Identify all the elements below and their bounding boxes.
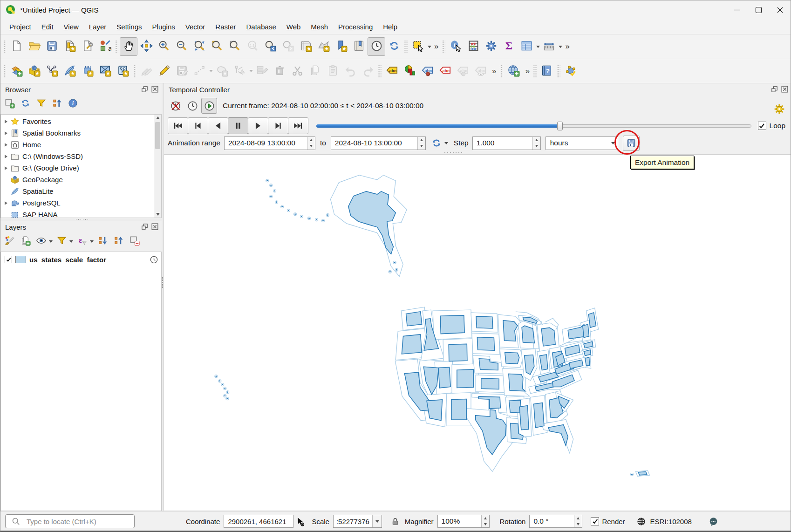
expand-icon[interactable] (3, 155, 9, 158)
help-contents-button[interactable]: ? (538, 62, 556, 81)
toolbar-overflow-button[interactable]: » (489, 67, 498, 76)
scroll-down-icon[interactable] (155, 211, 161, 218)
select-features-dropdown-icon[interactable] (428, 46, 431, 48)
fast-forward-button[interactable] (288, 117, 308, 134)
maximize-button[interactable] (748, 0, 769, 19)
new-map-view-button[interactable] (297, 37, 314, 56)
loop-checkbox[interactable] (758, 122, 766, 130)
vertex-tool-button[interactable] (231, 62, 248, 81)
map-canvas[interactable] (164, 154, 791, 511)
range-start-spinner[interactable] (307, 137, 315, 150)
save-layer-edits-button[interactable] (173, 62, 191, 81)
toolbar-grip[interactable] (133, 65, 136, 78)
step-value-field[interactable]: 1.000 (472, 136, 541, 150)
refresh-browser-button[interactable] (18, 97, 32, 111)
manage-map-themes-dropdown-icon[interactable] (49, 240, 53, 243)
open-layer-styling-button[interactable] (2, 234, 16, 248)
menu-layer[interactable]: Layer (84, 21, 112, 33)
toolbar-grip[interactable] (533, 65, 537, 78)
open-attribute-table-dropdown-icon[interactable] (536, 46, 540, 48)
zoom-next-button[interactable] (279, 37, 297, 56)
zoom-last-button[interactable] (261, 37, 279, 56)
filter-legend-dropdown-icon[interactable] (69, 240, 73, 243)
open-attribute-table-button[interactable] (518, 37, 535, 56)
digitize-shape-button[interactable] (213, 62, 231, 81)
filter-browser-button[interactable] (34, 97, 48, 111)
processing-toolbox-button[interactable] (482, 37, 500, 56)
save-project-button[interactable] (43, 37, 61, 56)
lock-scale-icon[interactable] (390, 517, 400, 526)
browser-item-spatialite[interactable]: SpatiaLite (1, 185, 154, 197)
pause-button[interactable] (228, 117, 248, 134)
expand-icon[interactable] (3, 131, 9, 135)
toolbar-grip[interactable] (115, 40, 118, 53)
menu-project[interactable]: Project (4, 21, 36, 33)
toolbar-overflow-button[interactable]: » (522, 67, 532, 76)
expand-icon[interactable] (3, 120, 9, 123)
toolbar-overflow-button[interactable]: » (562, 42, 572, 51)
layer-visibility-checkbox[interactable] (5, 256, 12, 263)
scale-combo[interactable]: :52277376 (333, 515, 382, 528)
measure-button[interactable] (540, 37, 558, 56)
menu-help[interactable]: Help (378, 21, 402, 33)
paste-features-button[interactable] (324, 62, 341, 81)
menu-processing[interactable]: Processing (333, 21, 378, 33)
temporal-animated-button[interactable] (201, 98, 217, 114)
layers-close-button[interactable] (150, 223, 159, 231)
previous-frame-button[interactable] (188, 117, 208, 134)
toolbar-grip[interactable] (378, 65, 382, 78)
rotation-spinner[interactable] (574, 515, 582, 527)
toolbar-grip[interactable] (3, 40, 6, 53)
filter-by-expression-dropdown-icon[interactable] (90, 240, 94, 243)
statistical-summary-button[interactable] (464, 37, 482, 56)
zoom-to-selection-button[interactable] (208, 37, 226, 56)
new-virtual-layer-button[interactable] (78, 62, 96, 81)
render-control[interactable]: Render (591, 517, 625, 525)
temporal-slider[interactable] (316, 121, 751, 130)
pan-map-button[interactable] (120, 37, 137, 56)
data-source-manager-button[interactable] (7, 62, 25, 81)
browser-item-geopackage[interactable]: GeoPackage (1, 174, 154, 185)
zoom-in-button[interactable] (155, 37, 173, 56)
pan-to-selection-button[interactable] (137, 37, 155, 56)
menu-raster[interactable]: Raster (210, 21, 241, 33)
menu-vector[interactable]: Vector (180, 21, 211, 33)
new-project-button[interactable] (7, 37, 25, 56)
minimize-button[interactable] (726, 0, 748, 19)
locate-input[interactable] (26, 517, 130, 526)
menu-web[interactable]: Web (281, 21, 306, 33)
highlight-pinned-labels-button[interactable]: abc (436, 62, 454, 81)
temporal-off-button[interactable] (168, 98, 184, 114)
layer-diagram-button[interactable] (401, 62, 418, 81)
new-geopackage-layer-button[interactable] (25, 62, 43, 81)
add-selected-layers-button[interactable] (2, 97, 16, 111)
refresh-map-button[interactable] (385, 37, 403, 56)
expand-icon[interactable] (3, 143, 9, 147)
rewind-button[interactable] (168, 117, 188, 134)
vertex-tool-dropdown-icon[interactable] (249, 70, 253, 72)
crs-status[interactable]: ESRI:102008 (634, 517, 692, 526)
collapse-all-button[interactable] (50, 97, 64, 111)
loop-control[interactable]: Loop (758, 122, 785, 130)
menu-database[interactable]: Database (241, 21, 281, 33)
select-features-button[interactable] (409, 37, 427, 56)
collapse-all-layers-button[interactable] (111, 234, 125, 248)
play-backward-button[interactable] (208, 117, 228, 134)
toolbar-grip[interactable] (442, 40, 445, 53)
expand-icon[interactable] (3, 201, 9, 205)
filter-legend-button[interactable] (55, 234, 68, 248)
layers-float-button[interactable] (140, 223, 149, 231)
layer-row[interactable]: us_states_scale_factor (1, 253, 161, 266)
set-range-from-project-button[interactable] (430, 136, 443, 150)
zoom-native-button[interactable]: 1:1 (244, 37, 261, 56)
cut-features-button[interactable] (288, 62, 306, 81)
browser-item-home[interactable]: Home (1, 139, 154, 150)
show-bookmarks-button[interactable] (350, 37, 368, 56)
temporal-controller-panel-button[interactable] (368, 37, 385, 56)
step-unit-combo[interactable]: hours (546, 136, 618, 150)
browser-scrollbar[interactable] (154, 114, 162, 218)
toolbar-grip[interactable] (3, 65, 6, 78)
temporal-float-button[interactable] (770, 85, 778, 94)
browser-item-c-windows-ssd-[interactable]: C:\ (Windows-SSD) (1, 150, 154, 162)
zoom-out-button[interactable] (173, 37, 191, 56)
